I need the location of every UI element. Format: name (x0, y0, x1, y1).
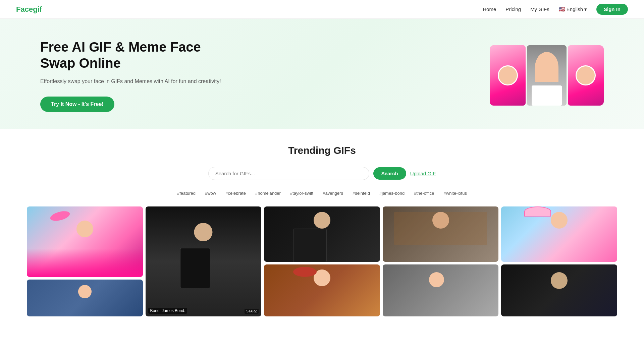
tags-row: #featured #wow #celebrate #homelander #t… (27, 189, 617, 197)
flag-icon: 🇺🇸 (559, 6, 565, 12)
tag-celebrate[interactable]: #celebrate (223, 189, 249, 197)
gif-office-scene[interactable] (383, 264, 499, 316)
gif-barbie-beach[interactable] (501, 206, 617, 262)
sign-in-button[interactable]: Sign In (596, 4, 628, 15)
collage-barbie-right (568, 45, 604, 106)
trending-section: Trending GIFs Search Upload GIF #feature… (0, 129, 644, 316)
language-label: English (567, 6, 583, 12)
gif-col-3 (264, 206, 380, 316)
hero-section: Free AI GIF & Meme Face Swap Online Effo… (0, 19, 644, 129)
tag-seinfeld[interactable]: #seinfeld (350, 189, 373, 197)
gif-dark-scene[interactable] (501, 264, 617, 316)
gif-col-4 (383, 206, 499, 316)
tag-avengers[interactable]: #avengers (320, 189, 346, 197)
trending-title: Trending GIFs (27, 145, 617, 156)
logo: Facegif (16, 5, 42, 14)
tag-homelander[interactable]: #homelander (253, 189, 283, 197)
gif-office-man[interactable] (27, 280, 143, 316)
gif-james-bond[interactable]: Bond. James Bond. STARZ (146, 206, 262, 316)
navbar: Facegif Home Pricing My GIFs 🇺🇸 English … (0, 0, 644, 19)
tag-taylor-swift[interactable]: #taylor-swift (287, 189, 316, 197)
hero-text: Free AI GIF & Meme Face Swap Online Effo… (40, 39, 228, 112)
search-input-wrap (208, 167, 369, 180)
gif-col-1 (27, 206, 143, 316)
gif-office-woman[interactable] (383, 206, 499, 262)
hero-subtitle: Effortlessly swap your face in GIFs and … (40, 77, 228, 86)
search-button[interactable]: Search (373, 167, 406, 180)
gif-redhead[interactable] (264, 264, 380, 316)
collage-elon-center (527, 45, 567, 106)
tag-white-lotus[interactable]: #white-lotus (441, 189, 470, 197)
upload-gif-link[interactable]: Upload GIF (410, 171, 436, 176)
hero-title: Free AI GIF & Meme Face Swap Online (40, 39, 228, 71)
gif-grid: Bond. James Bond. STARZ (27, 206, 617, 316)
gif-col-2: Bond. James Bond. STARZ (146, 206, 262, 316)
tag-wow[interactable]: #wow (202, 189, 219, 197)
nav-home[interactable]: Home (483, 6, 496, 12)
tag-the-office[interactable]: #the-office (411, 189, 437, 197)
search-input[interactable] (215, 171, 362, 176)
tag-featured[interactable]: #featured (174, 189, 198, 197)
nav-mygifs[interactable]: My GIFs (530, 6, 549, 12)
gif-col-5 (501, 206, 617, 316)
try-now-button[interactable]: Try It Now - It's Free! (40, 97, 114, 112)
search-bar: Search Upload GIF (27, 167, 617, 180)
nav-links: Home Pricing My GIFs 🇺🇸 English ▾ Sign I… (483, 4, 628, 15)
bond-label: Bond. James Bond. (148, 308, 187, 314)
collage-barbie-left (490, 45, 526, 106)
gif-american-psycho[interactable] (264, 206, 380, 262)
nav-pricing[interactable]: Pricing (505, 6, 521, 12)
chevron-down-icon: ▾ (584, 6, 587, 12)
hero-collage (490, 45, 604, 106)
gif-barbie-driving[interactable] (27, 206, 143, 277)
starz-badge: STARZ (245, 309, 259, 314)
language-selector[interactable]: 🇺🇸 English ▾ (559, 6, 587, 12)
tag-james-bond[interactable]: #james-bond (377, 189, 407, 197)
